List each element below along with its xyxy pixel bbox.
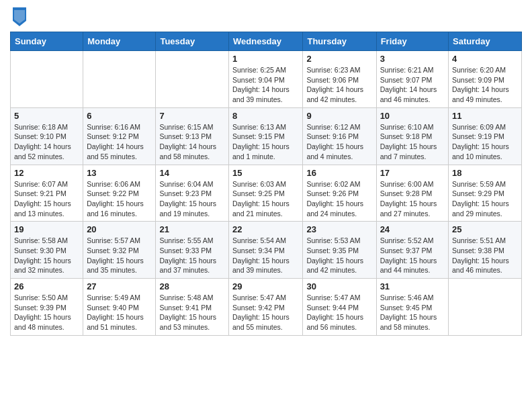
page: SundayMondayTuesdayWednesdayThursdayFrid…: [0, 0, 532, 411]
day-cell-11: 11Sunrise: 6:09 AM Sunset: 9:19 PM Dayli…: [449, 107, 522, 165]
day-number: 29: [232, 281, 299, 291]
col-header-friday: Friday: [376, 32, 448, 51]
day-number: 2: [306, 54, 372, 64]
day-info: Sunrise: 5:49 AM Sunset: 9:40 PM Dayligh…: [87, 293, 152, 332]
day-info: Sunrise: 6:00 AM Sunset: 9:28 PM Dayligh…: [380, 179, 445, 219]
day-cell-16: 16Sunrise: 6:02 AM Sunset: 9:26 PM Dayli…: [303, 165, 376, 222]
day-cell-14: 14Sunrise: 6:04 AM Sunset: 9:23 PM Dayli…: [156, 165, 229, 222]
day-info: Sunrise: 6:23 AM Sunset: 9:06 PM Dayligh…: [306, 65, 372, 105]
day-number: 13: [87, 168, 152, 178]
week-row-4: 26Sunrise: 5:50 AM Sunset: 9:39 PM Dayli…: [11, 279, 522, 336]
day-cell-1: 1Sunrise: 6:25 AM Sunset: 9:04 PM Daylig…: [229, 51, 303, 108]
day-info: Sunrise: 6:04 AM Sunset: 9:23 PM Dayligh…: [159, 179, 225, 219]
day-info: Sunrise: 6:12 AM Sunset: 9:16 PM Dayligh…: [306, 122, 372, 162]
day-number: 9: [306, 111, 372, 121]
day-number: 8: [232, 111, 299, 121]
day-number: 23: [306, 224, 372, 234]
day-info: Sunrise: 5:50 AM Sunset: 9:39 PM Dayligh…: [14, 293, 79, 332]
day-info: Sunrise: 5:47 AM Sunset: 9:44 PM Dayligh…: [306, 293, 372, 332]
day-cell-6: 6Sunrise: 6:16 AM Sunset: 9:12 PM Daylig…: [83, 107, 156, 165]
day-info: Sunrise: 5:53 AM Sunset: 9:35 PM Dayligh…: [306, 236, 372, 275]
day-cell-28: 28Sunrise: 5:48 AM Sunset: 9:41 PM Dayli…: [156, 279, 229, 336]
logo: [10, 10, 26, 26]
empty-cell: [11, 51, 83, 108]
day-number: 15: [232, 168, 299, 178]
day-number: 22: [232, 224, 299, 234]
day-cell-4: 4Sunrise: 6:20 AM Sunset: 9:09 PM Daylig…: [449, 51, 522, 108]
day-number: 5: [14, 111, 79, 121]
day-cell-27: 27Sunrise: 5:49 AM Sunset: 9:40 PM Dayli…: [83, 279, 156, 336]
day-cell-31: 31Sunrise: 5:46 AM Sunset: 9:45 PM Dayli…: [376, 279, 448, 336]
day-info: Sunrise: 6:06 AM Sunset: 9:22 PM Dayligh…: [87, 179, 152, 219]
day-info: Sunrise: 6:03 AM Sunset: 9:25 PM Dayligh…: [232, 179, 299, 219]
day-number: 31: [380, 281, 445, 291]
day-info: Sunrise: 5:47 AM Sunset: 9:42 PM Dayligh…: [232, 293, 299, 332]
col-header-sunday: Sunday: [11, 32, 83, 51]
day-cell-25: 25Sunrise: 5:51 AM Sunset: 9:38 PM Dayli…: [449, 222, 522, 279]
day-cell-13: 13Sunrise: 6:06 AM Sunset: 9:22 PM Dayli…: [83, 165, 156, 222]
empty-cell: [449, 279, 522, 336]
day-number: 3: [380, 54, 445, 64]
day-cell-24: 24Sunrise: 5:52 AM Sunset: 9:37 PM Dayli…: [376, 222, 448, 279]
day-cell-20: 20Sunrise: 5:57 AM Sunset: 9:32 PM Dayli…: [83, 222, 156, 279]
day-info: Sunrise: 6:25 AM Sunset: 9:04 PM Dayligh…: [232, 65, 299, 105]
day-cell-23: 23Sunrise: 5:53 AM Sunset: 9:35 PM Dayli…: [303, 222, 376, 279]
day-cell-5: 5Sunrise: 6:18 AM Sunset: 9:10 PM Daylig…: [11, 107, 83, 165]
day-info: Sunrise: 6:02 AM Sunset: 9:26 PM Dayligh…: [306, 179, 372, 219]
day-number: 12: [14, 168, 79, 178]
day-number: 11: [452, 111, 518, 121]
day-cell-3: 3Sunrise: 6:21 AM Sunset: 9:07 PM Daylig…: [376, 51, 448, 108]
day-info: Sunrise: 6:16 AM Sunset: 9:12 PM Dayligh…: [87, 122, 152, 162]
col-header-thursday: Thursday: [303, 32, 376, 51]
col-header-wednesday: Wednesday: [229, 32, 303, 51]
day-cell-10: 10Sunrise: 6:10 AM Sunset: 9:18 PM Dayli…: [376, 107, 448, 165]
day-number: 6: [87, 111, 152, 121]
day-number: 7: [159, 111, 225, 121]
day-info: Sunrise: 5:59 AM Sunset: 9:29 PM Dayligh…: [452, 179, 518, 219]
day-info: Sunrise: 6:13 AM Sunset: 9:15 PM Dayligh…: [232, 122, 299, 162]
calendar-table: SundayMondayTuesdayWednesdayThursdayFrid…: [10, 32, 522, 336]
day-info: Sunrise: 6:21 AM Sunset: 9:07 PM Dayligh…: [380, 65, 445, 105]
day-number: 18: [452, 168, 518, 178]
day-number: 25: [452, 224, 518, 234]
calendar-header-row: SundayMondayTuesdayWednesdayThursdayFrid…: [11, 32, 522, 51]
col-header-monday: Monday: [83, 32, 156, 51]
day-info: Sunrise: 6:20 AM Sunset: 9:09 PM Dayligh…: [452, 65, 518, 105]
day-number: 19: [14, 224, 79, 234]
day-number: 10: [380, 111, 445, 121]
day-number: 17: [380, 168, 445, 178]
col-header-tuesday: Tuesday: [156, 32, 229, 51]
day-cell-30: 30Sunrise: 5:47 AM Sunset: 9:44 PM Dayli…: [303, 279, 376, 336]
day-cell-9: 9Sunrise: 6:12 AM Sunset: 9:16 PM Daylig…: [303, 107, 376, 165]
day-number: 21: [159, 224, 225, 234]
day-number: 27: [87, 281, 152, 291]
day-number: 26: [14, 281, 79, 291]
day-info: Sunrise: 5:52 AM Sunset: 9:37 PM Dayligh…: [380, 236, 445, 275]
day-number: 30: [306, 281, 372, 291]
day-cell-15: 15Sunrise: 6:03 AM Sunset: 9:25 PM Dayli…: [229, 165, 303, 222]
day-number: 28: [159, 281, 225, 291]
day-info: Sunrise: 6:07 AM Sunset: 9:21 PM Dayligh…: [14, 179, 79, 219]
week-row-2: 12Sunrise: 6:07 AM Sunset: 9:21 PM Dayli…: [11, 165, 522, 222]
day-number: 14: [159, 168, 225, 178]
day-info: Sunrise: 6:10 AM Sunset: 9:18 PM Dayligh…: [380, 122, 445, 162]
day-number: 24: [380, 224, 445, 234]
day-cell-8: 8Sunrise: 6:13 AM Sunset: 9:15 PM Daylig…: [229, 107, 303, 165]
day-info: Sunrise: 6:15 AM Sunset: 9:13 PM Dayligh…: [159, 122, 225, 162]
day-cell-12: 12Sunrise: 6:07 AM Sunset: 9:21 PM Dayli…: [11, 165, 83, 222]
empty-cell: [83, 51, 156, 108]
day-cell-26: 26Sunrise: 5:50 AM Sunset: 9:39 PM Dayli…: [11, 279, 83, 336]
day-cell-18: 18Sunrise: 5:59 AM Sunset: 9:29 PM Dayli…: [449, 165, 522, 222]
day-cell-17: 17Sunrise: 6:00 AM Sunset: 9:28 PM Dayli…: [376, 165, 448, 222]
logo-icon: [13, 7, 26, 26]
day-cell-22: 22Sunrise: 5:54 AM Sunset: 9:34 PM Dayli…: [229, 222, 303, 279]
empty-cell: [156, 51, 229, 108]
day-cell-29: 29Sunrise: 5:47 AM Sunset: 9:42 PM Dayli…: [229, 279, 303, 336]
day-info: Sunrise: 5:58 AM Sunset: 9:30 PM Dayligh…: [14, 236, 79, 275]
day-info: Sunrise: 5:48 AM Sunset: 9:41 PM Dayligh…: [159, 293, 225, 332]
day-info: Sunrise: 6:09 AM Sunset: 9:19 PM Dayligh…: [452, 122, 518, 162]
header: [10, 7, 522, 26]
day-number: 1: [232, 54, 299, 64]
week-row-0: 1Sunrise: 6:25 AM Sunset: 9:04 PM Daylig…: [11, 51, 522, 108]
day-cell-19: 19Sunrise: 5:58 AM Sunset: 9:30 PM Dayli…: [11, 222, 83, 279]
